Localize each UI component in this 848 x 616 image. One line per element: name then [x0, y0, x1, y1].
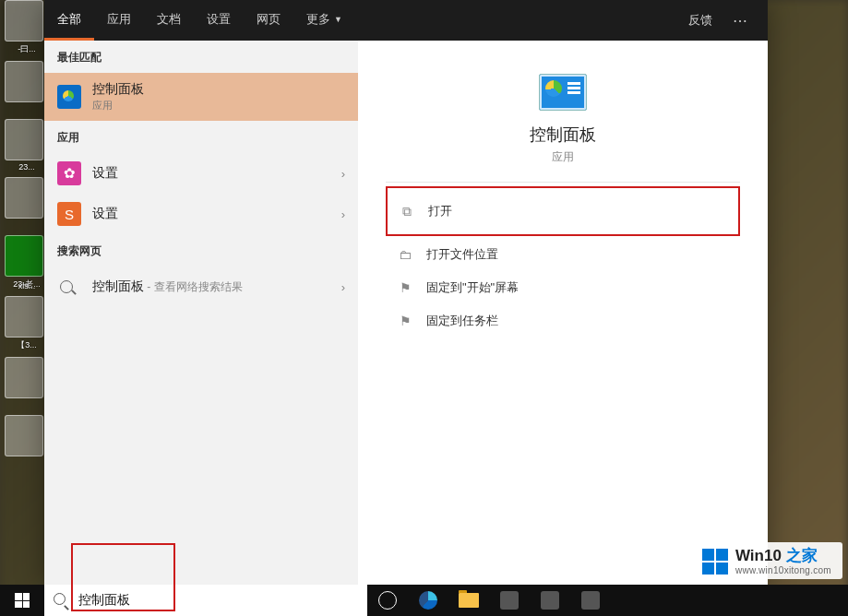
desktop-icon-label: xls... [5, 281, 49, 290]
result-title: 设置 [92, 165, 334, 182]
watermark-brand: Win10 之家 [735, 548, 831, 565]
results-list: 最佳匹配 控制面板 应用 应用 ✿ 设置 › S 设置 › 搜索网页 [44, 41, 358, 585]
taskbar [0, 585, 848, 616]
search-icon [57, 275, 81, 299]
start-button[interactable] [0, 585, 44, 616]
action-pin-taskbar[interactable]: ⚑ 固定到任务栏 [386, 304, 740, 338]
result-title: 设置 [92, 206, 334, 222]
result-subtitle: 应用 [92, 99, 345, 113]
watermark: Win10 之家 www.win10xitong.com [691, 542, 842, 579]
edge-icon [419, 591, 437, 610]
preview-type: 应用 [386, 149, 740, 165]
search-icon [54, 592, 71, 609]
taskbar-app-edge[interactable] [408, 585, 448, 616]
desktop-icon[interactable] [5, 357, 43, 398]
desktop-icons-column: -曰... 23... 23-老... xls... 【3... [5, 0, 49, 616]
app-icon [500, 591, 519, 610]
more-menu-button[interactable]: ⋯ [723, 0, 758, 41]
tab-settings[interactable]: 设置 [194, 0, 244, 41]
watermark-url: www.win10xitong.com [735, 565, 831, 575]
action-label: 固定到任务栏 [426, 313, 498, 329]
app-icon [541, 591, 559, 610]
control-panel-large-icon [539, 74, 587, 111]
tab-apps[interactable]: 应用 [94, 0, 144, 41]
result-web-search[interactable]: 控制面板 - 查看网络搜索结果 › [44, 267, 358, 307]
taskbar-app[interactable] [530, 585, 570, 616]
folder-icon [459, 593, 479, 608]
pin-icon: ⚑ [397, 280, 413, 295]
desktop-icon-label: -曰... [5, 43, 49, 55]
feedback-link[interactable]: 反馈 [677, 0, 723, 41]
windows-logo-icon [702, 549, 728, 575]
desktop-icon[interactable] [5, 235, 43, 277]
section-apps: 应用 [44, 121, 358, 153]
app-icon [581, 591, 600, 610]
app-icon: S [57, 202, 81, 226]
action-pin-start[interactable]: ⚑ 固定到"开始"屏幕 [386, 271, 740, 304]
result-preview-pane: 控制面板 应用 ⧉ 打开 🗀 打开文件位置 ⚑ 固定到"开始"屏幕 ⚑ 固定到任… [358, 41, 768, 585]
tab-web[interactable]: 网页 [244, 0, 293, 41]
preview-title: 控制面板 [386, 124, 740, 146]
desktop-icon[interactable] [5, 0, 43, 41]
chevron-right-icon: › [334, 167, 345, 181]
action-label: 固定到"开始"屏幕 [426, 279, 519, 296]
task-view-button[interactable] [367, 585, 408, 616]
desktop-icon[interactable] [5, 296, 43, 338]
chevron-right-icon: › [334, 207, 345, 221]
folder-open-icon: 🗀 [397, 247, 413, 262]
result-title: 控制面板 [92, 81, 345, 98]
desktop-icon-label: 【3... [5, 339, 49, 351]
desktop-icon[interactable] [5, 61, 43, 102]
chevron-down-icon: ▼ [334, 15, 342, 24]
divider [386, 182, 740, 183]
result-control-panel[interactable]: 控制面板 应用 [44, 73, 358, 121]
taskbar-app[interactable] [570, 585, 611, 616]
section-best-match: 最佳匹配 [44, 41, 358, 73]
taskbar-app-explorer[interactable] [448, 585, 489, 616]
pin-icon: ⚑ [397, 314, 413, 328]
open-icon: ⧉ [399, 204, 415, 219]
section-search-web: 搜索网页 [44, 234, 358, 267]
windows-logo-icon [15, 593, 30, 608]
desktop-icon-label: 23... [5, 162, 49, 172]
action-open[interactable]: ⧉ 打开 [391, 192, 735, 231]
action-label: 打开 [428, 203, 452, 219]
tab-all[interactable]: 全部 [44, 0, 94, 41]
desktop-icon[interactable] [5, 177, 43, 219]
taskbar-app[interactable] [489, 585, 530, 616]
search-results-panel: 全部 应用 文档 设置 网页 更多▼ 反馈 ⋯ 最佳匹配 控制面板 应用 应用 … [44, 0, 768, 585]
tab-documents[interactable]: 文档 [144, 0, 194, 41]
control-panel-icon [57, 85, 81, 109]
desktop-icon[interactable] [5, 119, 43, 160]
taskbar-search-box[interactable] [44, 585, 367, 616]
gear-icon: ✿ [57, 161, 81, 185]
chevron-right-icon: › [334, 280, 345, 294]
tab-more[interactable]: 更多▼ [293, 0, 355, 41]
action-open-location[interactable]: 🗀 打开文件位置 [386, 238, 740, 271]
desktop-icon[interactable] [5, 415, 43, 456]
search-scope-tabs: 全部 应用 文档 设置 网页 更多▼ 反馈 ⋯ [44, 0, 768, 41]
result-title: 控制面板 - 查看网络搜索结果 [92, 278, 334, 295]
result-settings-1[interactable]: ✿ 设置 › [44, 153, 358, 194]
search-input[interactable] [71, 587, 358, 613]
cortana-icon [378, 591, 397, 610]
highlight-annotation: ⧉ 打开 [386, 186, 740, 236]
action-label: 打开文件位置 [426, 246, 498, 263]
result-settings-2[interactable]: S 设置 › [44, 194, 358, 234]
